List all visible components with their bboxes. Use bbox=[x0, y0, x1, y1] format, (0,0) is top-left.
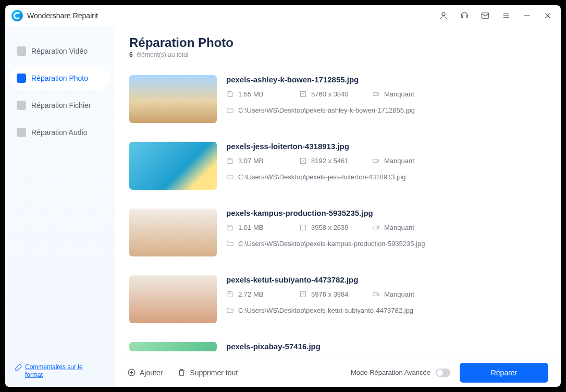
account-icon[interactable] bbox=[437, 9, 450, 22]
file-size: 2.72 MB bbox=[238, 290, 263, 298]
disk-icon bbox=[226, 90, 234, 98]
svg-point-0 bbox=[442, 13, 445, 16]
file-path: C:\Users\WS\Desktop\pexels-kampus-produc… bbox=[238, 240, 425, 248]
file-name: pexels-jess-loiterton-4318913.jpg bbox=[226, 142, 546, 151]
camera-icon bbox=[372, 90, 380, 98]
main: Réparation Photo 6 élément(s) au total p… bbox=[115, 26, 561, 387]
file-path: C:\Users\WS\Desktop\pexels-ashley-k-bowe… bbox=[238, 106, 415, 114]
folder-icon bbox=[226, 106, 234, 114]
disk-icon bbox=[226, 157, 234, 165]
feedback-label: Commentaires sur le format bbox=[25, 363, 98, 379]
file-icon bbox=[17, 101, 26, 110]
sidebar-item-label: Réparation Fichier bbox=[31, 101, 91, 109]
dimensions-icon bbox=[299, 157, 307, 165]
dimensions-icon bbox=[299, 224, 307, 231]
file-row[interactable]: pexels-ketut-subiyanto-4473782.jpg 2.72 … bbox=[129, 267, 546, 334]
video-icon bbox=[17, 46, 26, 56]
file-row[interactable]: pexels-pixabay-57416.jpg bbox=[129, 334, 546, 351]
file-row[interactable]: pexels-ashley-k-bowen-1712855.jpg 1.55 M… bbox=[129, 67, 546, 133]
dimensions-icon bbox=[299, 90, 307, 98]
svg-rect-16 bbox=[373, 226, 378, 229]
sidebar-item-photo[interactable]: Réparation Photo bbox=[10, 67, 109, 90]
svg-rect-13 bbox=[373, 159, 378, 162]
app-name: Wondershare Repairit bbox=[27, 11, 98, 20]
plus-circle-icon bbox=[127, 368, 136, 377]
sidebar-item-audio[interactable]: Réparation Audio bbox=[10, 121, 109, 144]
folder-icon bbox=[226, 240, 234, 248]
file-dimensions: 3958 x 2639 bbox=[311, 224, 349, 231]
file-name: pexels-kampus-production-5935235.jpg bbox=[226, 209, 546, 217]
feedback-icon bbox=[14, 363, 22, 372]
add-label: Ajouter bbox=[140, 369, 163, 377]
svg-rect-8 bbox=[229, 92, 231, 93]
sidebar-item-label: Réparation Vidéo bbox=[31, 47, 88, 55]
file-status: Manquant bbox=[384, 224, 414, 231]
folder-icon bbox=[226, 307, 234, 314]
file-row[interactable]: pexels-kampus-production-5935235.jpg 1.0… bbox=[129, 200, 546, 267]
close-icon[interactable] bbox=[541, 9, 555, 22]
disk-icon bbox=[226, 224, 234, 231]
folder-icon bbox=[226, 173, 234, 181]
file-size: 3.07 MB bbox=[238, 157, 263, 165]
file-name: pexels-ashley-k-bowen-1712855.jpg bbox=[226, 75, 546, 84]
file-size: 1.01 MB bbox=[238, 224, 263, 231]
file-path: C:\Users\WS\Desktop\pexels-jess-loiterto… bbox=[238, 173, 406, 181]
delete-all-label: Supprimer tout bbox=[190, 369, 238, 377]
file-thumbnail bbox=[129, 275, 217, 323]
file-thumbnail bbox=[129, 75, 217, 123]
file-dimensions: 5760 x 3840 bbox=[311, 90, 349, 98]
format-feedback-link[interactable]: Commentaires sur le format bbox=[10, 360, 109, 387]
dimensions-icon bbox=[299, 290, 307, 298]
item-count: 6 bbox=[129, 51, 133, 58]
svg-rect-11 bbox=[229, 158, 231, 160]
sidebar-item-label: Réparation Photo bbox=[31, 74, 88, 82]
add-button[interactable]: Ajouter bbox=[127, 368, 163, 377]
svg-rect-19 bbox=[373, 292, 378, 296]
advanced-repair-label: Mode Réparation Avancée bbox=[351, 369, 430, 376]
audio-icon bbox=[17, 128, 26, 137]
camera-icon bbox=[372, 157, 380, 165]
delete-all-button[interactable]: Supprimer tout bbox=[177, 368, 238, 377]
camera-icon bbox=[372, 224, 380, 231]
file-list: pexels-ashley-k-bowen-1712855.jpg 1.55 M… bbox=[115, 62, 561, 358]
app-window: Wondershare Repairit Réparation Vidéo Ré… bbox=[5, 5, 561, 387]
sidebar-item-file[interactable]: Réparation Fichier bbox=[10, 94, 109, 117]
sidebar-item-video[interactable]: Réparation Vidéo bbox=[10, 40, 109, 63]
app-logo-icon bbox=[11, 10, 23, 21]
toggle-icon bbox=[436, 369, 450, 377]
sidebar-item-label: Réparation Audio bbox=[31, 128, 87, 137]
footer-bar: Ajouter Supprimer tout Mode Réparation A… bbox=[115, 358, 561, 387]
file-name: pexels-ketut-subiyanto-4473782.jpg bbox=[226, 275, 546, 284]
svg-rect-10 bbox=[373, 92, 378, 95]
svg-rect-17 bbox=[229, 292, 231, 293]
mail-icon[interactable] bbox=[478, 9, 492, 22]
support-icon[interactable] bbox=[458, 9, 471, 22]
file-dimensions: 5976 x 3984 bbox=[311, 290, 349, 298]
file-status: Manquant bbox=[384, 157, 414, 165]
photo-icon bbox=[17, 74, 26, 83]
file-thumbnail bbox=[129, 342, 217, 351]
minimize-icon[interactable] bbox=[520, 9, 534, 22]
svg-rect-14 bbox=[229, 225, 231, 227]
repair-button[interactable]: Réparer bbox=[460, 363, 548, 383]
file-size: 1.55 MB bbox=[238, 90, 263, 98]
file-status: Manquant bbox=[384, 290, 414, 298]
file-path: C:\Users\WS\Desktop\pexels-ketut-subiyan… bbox=[238, 307, 413, 314]
file-row[interactable]: pexels-jess-loiterton-4318913.jpg 3.07 M… bbox=[129, 133, 546, 200]
camera-icon bbox=[372, 290, 380, 298]
page-title: Réparation Photo bbox=[129, 35, 546, 50]
menu-icon[interactable] bbox=[499, 9, 513, 22]
file-thumbnail bbox=[129, 142, 217, 190]
file-thumbnail bbox=[129, 209, 217, 256]
advanced-repair-toggle[interactable]: Mode Réparation Avancée bbox=[351, 369, 450, 377]
sidebar: Réparation Vidéo Réparation Photo Répara… bbox=[5, 26, 115, 387]
item-count-suffix: élément(s) au total bbox=[137, 51, 188, 58]
file-name: pexels-pixabay-57416.jpg bbox=[226, 342, 546, 351]
titlebar: Wondershare Repairit bbox=[5, 5, 561, 26]
page-subtitle: 6 élément(s) au total bbox=[129, 51, 546, 58]
file-dimensions: 8192 x 5461 bbox=[311, 157, 349, 165]
file-status: Manquant bbox=[384, 90, 414, 98]
svg-rect-1 bbox=[482, 13, 489, 19]
disk-icon bbox=[226, 290, 234, 298]
trash-icon bbox=[177, 368, 186, 377]
